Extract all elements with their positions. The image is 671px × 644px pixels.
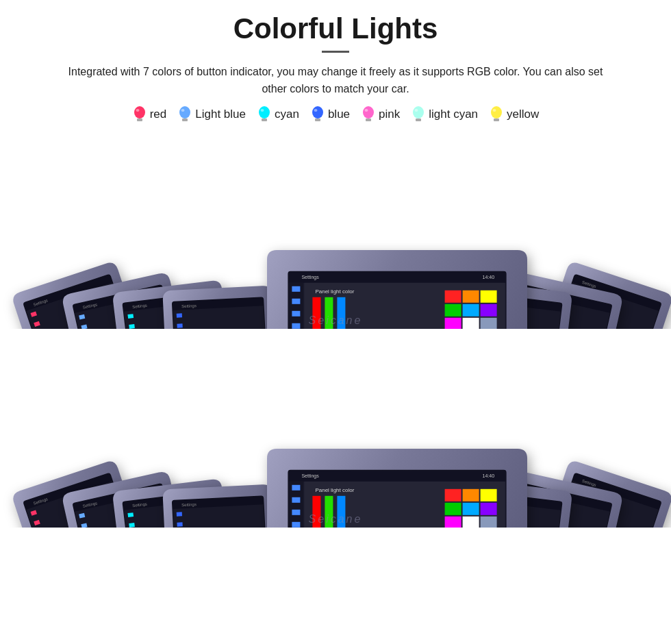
- svg-rect-20: [494, 119, 499, 121]
- color-item-cyan: cyan: [257, 105, 299, 124]
- watermark-top: Seicane: [309, 314, 363, 327]
- svg-point-1: [136, 109, 139, 112]
- color-item-light-cyan: light cyan: [411, 105, 478, 124]
- description-text: Integrated with 7 colors of button indic…: [41, 64, 630, 98]
- bulb-icon-red: [132, 105, 147, 124]
- page-container: Colorful Lights Integrated with 7 colors…: [0, 0, 671, 644]
- svg-rect-8: [262, 119, 267, 121]
- color-label-cyan: cyan: [275, 108, 299, 121]
- header: Colorful Lights: [233, 0, 438, 64]
- color-item-red: red: [132, 105, 167, 124]
- watermark-bottom: Seicane: [309, 513, 363, 525]
- svg-rect-5: [182, 119, 188, 121]
- svg-rect-11: [315, 119, 320, 121]
- svg-point-15: [413, 106, 424, 119]
- svg-point-7: [260, 109, 264, 112]
- svg-rect-14: [366, 119, 371, 121]
- color-item-light-blue: Light blue: [177, 105, 246, 124]
- bulb-icon-light-cyan: [411, 105, 426, 124]
- svg-rect-2: [137, 119, 142, 121]
- bulb-icon-light-blue: [177, 105, 192, 124]
- header-divider: [322, 51, 349, 53]
- color-label-yellow: yellow: [507, 108, 539, 121]
- svg-point-4: [181, 109, 185, 112]
- color-label-light-cyan: light cyan: [429, 108, 478, 121]
- bulb-icon-cyan: [257, 105, 272, 124]
- bulb-icon-yellow: [489, 105, 504, 124]
- svg-point-19: [493, 109, 496, 112]
- page-title: Colorful Lights: [233, 12, 438, 45]
- svg-point-10: [314, 109, 317, 112]
- color-item-pink: pink: [361, 105, 400, 124]
- svg-point-13: [365, 109, 368, 112]
- color-label-blue: blue: [328, 108, 350, 121]
- color-item-yellow: yellow: [489, 105, 539, 124]
- color-indicators-row: redLight bluecyanbluepinklight cyanyello…: [132, 105, 540, 124]
- svg-point-0: [134, 106, 145, 119]
- bottom-device-row: Seicane: [0, 332, 671, 531]
- svg-point-12: [363, 106, 374, 119]
- svg-point-9: [312, 106, 323, 119]
- color-label-red: red: [150, 108, 167, 121]
- color-label-pink: pink: [379, 108, 400, 121]
- color-item-blue: blue: [310, 105, 350, 124]
- svg-point-16: [415, 109, 418, 112]
- svg-point-3: [179, 106, 190, 119]
- svg-point-6: [259, 106, 270, 119]
- svg-point-18: [491, 106, 502, 119]
- bulb-icon-pink: [361, 105, 376, 124]
- color-label-light-blue: Light blue: [195, 108, 246, 121]
- top-device-row: Seicane: [0, 134, 671, 332]
- svg-rect-17: [416, 119, 421, 121]
- bulb-icon-blue: [310, 105, 325, 124]
